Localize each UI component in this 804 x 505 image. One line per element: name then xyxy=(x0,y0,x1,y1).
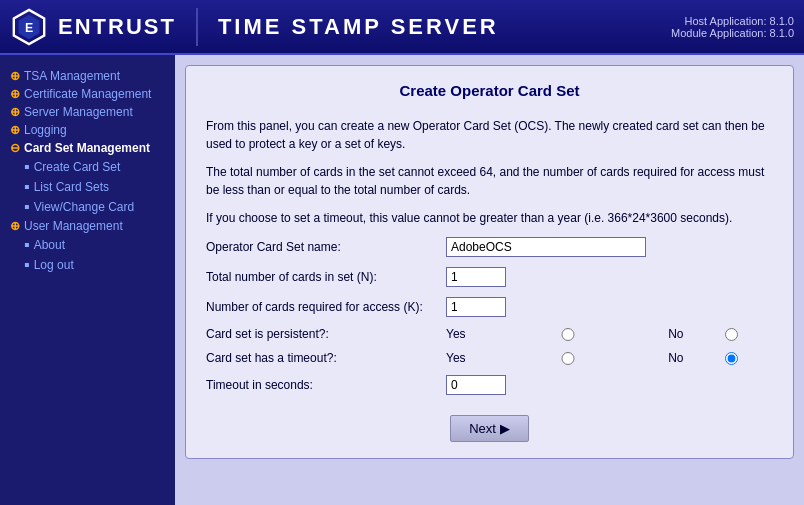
module-version: Module Application: 8.1.0 xyxy=(671,27,794,39)
sidebar-item-card-set-management[interactable]: ⊖ Card Set Management xyxy=(10,139,165,157)
sidebar-item-create-card-set[interactable]: ▪ Create Card Set xyxy=(10,157,165,177)
sidebar-item-user-management[interactable]: ⊕ User Management xyxy=(10,217,165,235)
content-area: Create Operator Card Set From this panel… xyxy=(175,55,804,505)
sidebar-item-view-change-card[interactable]: ▪ View/Change Card xyxy=(10,197,165,217)
timeout-seconds-input[interactable] xyxy=(446,375,506,395)
ocs-name-input[interactable] xyxy=(446,237,646,257)
logo-text: ENTRUST xyxy=(58,14,176,40)
required-cards-row: Number of cards required for access (K): xyxy=(206,297,773,317)
sidebar-label-cert: Certificate Management xyxy=(24,87,151,101)
svg-text:E: E xyxy=(25,20,33,34)
ocs-name-row: Operator Card Set name: xyxy=(206,237,773,257)
sidebar-label-view: View/Change Card xyxy=(34,200,135,214)
total-cards-label: Total number of cards in set (N): xyxy=(206,270,446,284)
host-version: Host Application: 8.1.0 xyxy=(671,15,794,27)
panel-title: Create Operator Card Set xyxy=(206,82,773,103)
bullet-icon: ▪ xyxy=(24,237,30,253)
ocs-name-label: Operator Card Set name: xyxy=(206,240,446,254)
persistent-no-label: No xyxy=(610,327,690,341)
sidebar-item-logging[interactable]: ⊕ Logging xyxy=(10,121,165,139)
create-ocs-panel: Create Operator Card Set From this panel… xyxy=(185,65,794,459)
sidebar-item-about[interactable]: ▪ About xyxy=(10,235,165,255)
sidebar-label-card-set: Card Set Management xyxy=(24,141,150,155)
timeout-no-radio[interactable] xyxy=(690,352,774,365)
sidebar-label-server: Server Management xyxy=(24,105,133,119)
persistent-yes-radio[interactable] xyxy=(526,328,610,341)
next-arrow-icon: ▶ xyxy=(500,421,510,436)
description-3: If you choose to set a timeout, this val… xyxy=(206,209,773,227)
sidebar-item-server-management[interactable]: ⊕ Server Management xyxy=(10,103,165,121)
logo-area: E ENTRUST xyxy=(10,8,198,46)
header: E ENTRUST TIME STAMP SERVER Host Applica… xyxy=(0,0,804,55)
timeout-seconds-label: Timeout in seconds: xyxy=(206,378,446,392)
sidebar-label-about: About xyxy=(34,238,65,252)
version-info: Host Application: 8.1.0 Module Applicati… xyxy=(671,15,794,39)
sidebar-item-logout[interactable]: ▪ Log out xyxy=(10,255,165,275)
description-2: The total number of cards in the set can… xyxy=(206,163,773,199)
sidebar: ⊕ TSA Management ⊕ Certificate Managemen… xyxy=(0,55,175,505)
next-button-label: Next xyxy=(469,421,496,436)
sidebar-label-logout: Log out xyxy=(34,258,74,272)
next-button[interactable]: Next ▶ xyxy=(450,415,529,442)
total-cards-row: Total number of cards in set (N): xyxy=(206,267,773,287)
sidebar-label-user: User Management xyxy=(24,219,123,233)
sidebar-label-create: Create Card Set xyxy=(34,160,121,174)
persistent-label: Card set is persistent?: xyxy=(206,327,446,341)
sidebar-item-list-card-sets[interactable]: ▪ List Card Sets xyxy=(10,177,165,197)
bullet-icon: ▪ xyxy=(24,257,30,273)
plus-icon: ⊕ xyxy=(10,69,20,83)
total-cards-input[interactable] xyxy=(446,267,506,287)
minus-icon: ⊖ xyxy=(10,141,20,155)
plus-icon: ⊕ xyxy=(10,105,20,119)
sidebar-label-logging: Logging xyxy=(24,123,67,137)
timeout-yes-radio[interactable] xyxy=(526,352,610,365)
bullet-icon: ▪ xyxy=(24,199,30,215)
sidebar-label-tsa: TSA Management xyxy=(24,69,120,83)
persistent-row: Card set is persistent?: Yes No xyxy=(206,327,773,341)
timeout-no-label: No xyxy=(610,351,690,365)
timeout-label: Card set has a timeout?: xyxy=(206,351,446,365)
app-title: TIME STAMP SERVER xyxy=(218,14,671,40)
bullet-icon: ▪ xyxy=(24,179,30,195)
timeout-row: Card set has a timeout?: Yes No xyxy=(206,351,773,365)
plus-icon: ⊕ xyxy=(10,123,20,137)
description-1: From this panel, you can create a new Op… xyxy=(206,117,773,153)
required-cards-label: Number of cards required for access (K): xyxy=(206,300,446,314)
persistent-no-radio[interactable] xyxy=(690,328,774,341)
plus-icon: ⊕ xyxy=(10,219,20,233)
timeout-yes-label: Yes xyxy=(446,351,526,365)
button-row: Next ▶ xyxy=(206,415,773,442)
timeout-seconds-row: Timeout in seconds: xyxy=(206,375,773,395)
bullet-icon: ▪ xyxy=(24,159,30,175)
required-cards-input[interactable] xyxy=(446,297,506,317)
main-layout: ⊕ TSA Management ⊕ Certificate Managemen… xyxy=(0,55,804,505)
sidebar-label-list: List Card Sets xyxy=(34,180,109,194)
sidebar-item-certificate-management[interactable]: ⊕ Certificate Management xyxy=(10,85,165,103)
plus-icon: ⊕ xyxy=(10,87,20,101)
logo-icon: E xyxy=(10,8,48,46)
persistent-yes-label: Yes xyxy=(446,327,526,341)
sidebar-item-tsa-management[interactable]: ⊕ TSA Management xyxy=(10,67,165,85)
